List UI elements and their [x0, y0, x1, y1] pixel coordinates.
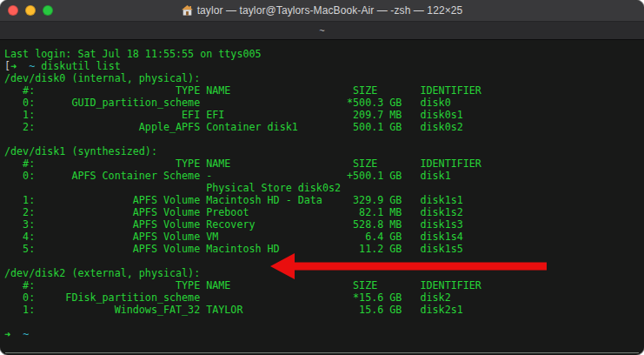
- terminal-line: /dev/disk2 (external, physical):: [4, 267, 644, 279]
- terminal-screen[interactable]: Last login: Sat Jul 18 11:55:55 on ttys0…: [0, 40, 644, 355]
- terminal-text-segment: 2: Apple_APFS Container disk1 500.1 GB d…: [4, 121, 463, 133]
- terminal-text-segment: [10, 328, 23, 340]
- tab-title: ~: [319, 25, 324, 36]
- terminal-text-segment: ➜: [4, 328, 10, 340]
- terminal-text-segment: 4: APFS Volume VM 6.4 GB disk1s4: [4, 231, 463, 243]
- terminal-line: Physical Store disk0s2: [4, 182, 644, 194]
- titlebar[interactable]: taylor — taylor@Taylors-MacBook-Air — -z…: [0, 0, 644, 22]
- zoom-button[interactable]: [43, 5, 53, 16]
- terminal-line: 0: GUID_partition_scheme *500.3 GB disk0: [4, 97, 644, 109]
- terminal-line: [4, 133, 644, 145]
- terminal-text-segment: 1: EFI EFI 209.7 MB disk0s1: [4, 109, 463, 121]
- terminal-text-segment: #: TYPE NAME SIZE IDENTIFIER: [4, 84, 481, 97]
- terminal-line: 1: APFS Volume Macintosh HD - Data 329.9…: [4, 194, 644, 206]
- terminal-line: [➜ ~ diskutil list: [4, 60, 644, 72]
- terminal-line: 4: APFS Volume VM 6.4 GB disk1s4: [4, 231, 644, 243]
- terminal-text-segment: Physical Store disk0s2: [4, 182, 341, 194]
- terminal-line: #: TYPE NAME SIZE IDENTIFIER: [4, 279, 644, 291]
- terminal-line: [4, 255, 644, 267]
- terminal-line: 0: FDisk_partition_scheme *15.6 GB disk2: [4, 291, 644, 304]
- terminal-text-segment: 3: APFS Volume Recovery 528.8 MB disk1s3: [4, 218, 463, 231]
- terminal-text-segment: 1: APFS Volume Macintosh HD - Data 329.9…: [4, 194, 463, 206]
- window-title: taylor — taylor@Taylors-MacBook-Air — -z…: [197, 4, 463, 17]
- home-folder-icon: [182, 5, 193, 16]
- terminal-text-segment: Last login: Sat Jul 18 11:55:55 on ttys0…: [4, 48, 262, 60]
- minimize-button[interactable]: [25, 5, 36, 16]
- terminal-line: ➜ ~: [4, 328, 644, 340]
- terminal-text-segment: 1: Windows_FAT_32 TAYLOR 15.6 GB disk2s1: [4, 304, 463, 316]
- terminal-line: /dev/disk1 (synthesized):: [4, 145, 644, 157]
- terminal-line: #: TYPE NAME SIZE IDENTIFIER: [4, 84, 644, 97]
- terminal-text-segment: /dev/disk0 (internal, physical):: [4, 72, 200, 84]
- terminal-text-segment: /dev/disk1 (synthesized):: [4, 145, 157, 157]
- terminal-line: 1: EFI EFI 209.7 MB disk0s1: [4, 109, 644, 121]
- terminal-text-segment: #: TYPE NAME SIZE IDENTIFIER: [4, 157, 481, 170]
- terminal-text-segment: 0: GUID_partition_scheme *500.3 GB disk0: [4, 97, 451, 109]
- terminal-text-segment: 5: APFS Volume Macintosh HD 11.2 GB disk…: [4, 243, 463, 255]
- close-button[interactable]: [8, 5, 18, 16]
- terminal-text-segment: 2: APFS Volume Preboot 82.1 MB disk1s2: [4, 206, 463, 218]
- terminal-text-segment: 0: APFS Container Scheme - +500.1 GB dis…: [4, 170, 451, 182]
- terminal-line: Last login: Sat Jul 18 11:55:55 on ttys0…: [4, 48, 644, 60]
- terminal-text-segment: 0: FDisk_partition_scheme *15.6 GB disk2: [4, 291, 451, 304]
- terminal-line: 2: APFS Volume Preboot 82.1 MB disk1s2: [4, 206, 644, 218]
- terminal-window: taylor — taylor@Taylors-MacBook-Air — -z…: [0, 0, 644, 355]
- terminal-line: 1: Windows_FAT_32 TAYLOR 15.6 GB disk2s1: [4, 304, 644, 316]
- tab-bar[interactable]: ~: [0, 22, 644, 40]
- terminal-line: #: TYPE NAME SIZE IDENTIFIER: [4, 157, 644, 170]
- terminal-line: /dev/disk0 (internal, physical):: [4, 72, 644, 84]
- terminal-line: 5: APFS Volume Macintosh HD 11.2 GB disk…: [4, 243, 644, 255]
- traffic-lights: [8, 0, 53, 21]
- terminal-line: 3: APFS Volume Recovery 528.8 MB disk1s3: [4, 218, 644, 231]
- terminal-text-segment: diskutil list: [35, 60, 121, 72]
- window-title-group: taylor — taylor@Taylors-MacBook-Air — -z…: [182, 4, 463, 17]
- terminal-line: 0: APFS Container Scheme - +500.1 GB dis…: [4, 170, 644, 182]
- terminal-line: [4, 316, 644, 328]
- terminal-text-segment: /dev/disk2 (external, physical):: [4, 267, 200, 279]
- terminal-text-segment: #: TYPE NAME SIZE IDENTIFIER: [4, 279, 481, 291]
- terminal-text-segment: [17, 60, 29, 72]
- terminal-text-segment: [: [4, 60, 10, 72]
- terminal-line: 2: Apple_APFS Container disk1 500.1 GB d…: [4, 121, 644, 133]
- terminal-text-segment: ~: [23, 328, 29, 340]
